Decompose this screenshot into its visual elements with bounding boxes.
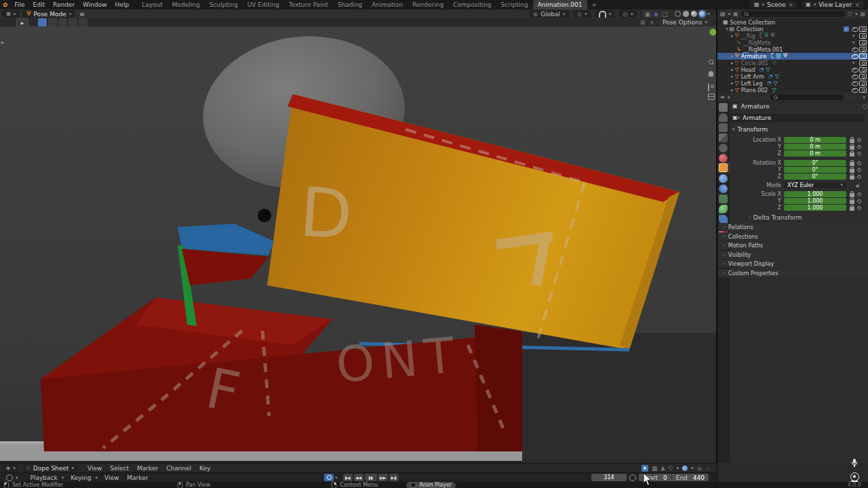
outliner-row-rigmeta001[interactable]: ↳ __RigMeta.001 <box>717 46 868 53</box>
workspace-tab-compositing[interactable]: Compositing <box>448 0 496 9</box>
only-selected-toggle[interactable]: ➤ <box>642 465 648 472</box>
shading-rendered-button[interactable] <box>699 11 705 17</box>
panel-motion-paths[interactable]: ›Motion Paths <box>718 241 868 249</box>
interp-icon[interactable]: ∧ <box>705 465 710 472</box>
outliner-row-armature[interactable]: ▸ Ψ Armature ζ Ψ Ψ <box>717 53 868 60</box>
panel-custom-properties[interactable]: ›Custom Properties <box>718 269 868 277</box>
tab-world[interactable] <box>719 154 728 163</box>
lock-icon[interactable] <box>850 139 854 143</box>
hide-eye-icon[interactable] <box>852 88 859 93</box>
dopesheet-menu-key[interactable]: Key <box>195 465 214 472</box>
timeline-menu-view[interactable]: View <box>100 474 123 481</box>
falloff-preset-1-button[interactable] <box>38 18 47 26</box>
keyframe-icon[interactable]: ◇ <box>857 137 861 143</box>
tab-constraints[interactable] <box>719 195 728 203</box>
expand-arrow[interactable]: ▸ <box>731 87 734 93</box>
filter-funnel-icon[interactable]: ▽ <box>669 465 673 472</box>
tab-tool[interactable] <box>719 103 728 112</box>
tab-output[interactable] <box>719 123 728 132</box>
timeline-menu-marker[interactable]: Marker <box>123 474 152 481</box>
show-gizmo-toggle[interactable]: ▣ <box>645 11 651 18</box>
dopesheet-editor-selector[interactable]: ◆▾ <box>2 464 20 472</box>
tab-view-layer[interactable] <box>719 134 728 142</box>
tab-object[interactable] <box>719 163 728 172</box>
transform-orientation-selector[interactable]: ⊕ Global ▾ <box>529 10 570 18</box>
hide-eye-icon[interactable] <box>852 68 859 73</box>
toolbar-expand-arrow[interactable]: ▸ <box>1 39 4 45</box>
hide-eye-icon[interactable] <box>852 81 859 86</box>
lock-icon[interactable] <box>850 169 854 173</box>
proportional-keys-toggle[interactable] <box>682 466 688 471</box>
hidden-chevron-icon[interactable]: ▾ <box>852 33 855 39</box>
hide-eye-icon[interactable] <box>852 54 859 59</box>
rotation-x-field[interactable]: 0° <box>784 160 846 166</box>
scale-y-field[interactable]: 1.000 <box>784 198 846 204</box>
rotation-y-field[interactable]: 0° <box>784 167 846 173</box>
snapping-toggle[interactable]: ▾ <box>595 10 616 18</box>
panel-collections[interactable]: ›Collections <box>718 232 868 241</box>
transform-panel-header[interactable]: ▾ Transform <box>730 126 868 133</box>
breadcrumb-object-name[interactable]: Armature <box>741 103 770 110</box>
properties-search-input[interactable] <box>770 94 844 100</box>
hide-eye-icon[interactable] <box>852 47 859 52</box>
outliner-row-rigmeta[interactable]: ↳ __RigMeta ▾ <box>717 39 868 46</box>
clear-icon[interactable]: × <box>650 19 655 26</box>
lock-icon[interactable] <box>850 200 854 204</box>
timeline-editor-selector[interactable]: ▾ <box>2 474 22 481</box>
tab-render[interactable] <box>719 113 728 122</box>
unlink-scene-icon[interactable]: × <box>789 1 794 8</box>
only-errors-toggle[interactable]: ▲ <box>660 465 665 471</box>
outliner-row-left-leg[interactable]: ▸ ▽ Left Leg ◔ ▽ <box>717 80 868 87</box>
pan-view-icon[interactable] <box>709 71 713 77</box>
xray-toggle[interactable]: ▢ <box>662 11 668 18</box>
dopesheet-mode-selector[interactable]: ◇ Dope Sheet ▾ <box>22 464 78 472</box>
keyframe-icon[interactable]: ◇ <box>857 150 861 157</box>
show-hidden-toggle[interactable]: ▦ <box>652 465 658 472</box>
shading-wireframe-button[interactable] <box>675 11 681 17</box>
view-layer-selector[interactable]: ▣▾ View Layer × <box>802 1 864 8</box>
keyframe-icon[interactable]: ◇ <box>857 160 861 166</box>
perspective-toggle-icon[interactable] <box>708 94 715 100</box>
tab-modifiers[interactable] <box>719 174 728 183</box>
disable-render-icon[interactable] <box>859 47 867 52</box>
timeline-menu-keying[interactable]: Keying <box>66 474 95 481</box>
workspace-tab-uvediting[interactable]: UV Editing <box>243 0 284 9</box>
workspace-tab-modeling[interactable]: Modeling <box>167 0 205 9</box>
camera-view-icon[interactable] <box>708 83 709 92</box>
jump-to-end-button[interactable]: ▶▮ <box>389 474 399 481</box>
transform-pivot-icon[interactable]: ⊞ <box>640 19 646 26</box>
dopesheet-menu-marker[interactable]: Marker <box>133 465 162 472</box>
next-keyframe-button[interactable]: ▶▶ <box>378 474 388 481</box>
menu-edit[interactable]: Edit <box>29 1 49 8</box>
disable-render-icon[interactable] <box>859 60 867 66</box>
object-name-field[interactable]: ▣▾ Armature <box>730 114 865 122</box>
falloff-preset-3-button[interactable] <box>58 18 67 26</box>
outliner-display-mode-icon[interactable]: ▤ <box>720 11 726 17</box>
panel-visibility[interactable]: ›Visibility <box>718 251 868 259</box>
viewport-canvas[interactable]: D F ONT <box>0 26 717 463</box>
current-frame-field[interactable]: 314 <box>591 474 627 481</box>
keyframe-icon[interactable]: ◇ <box>857 191 861 197</box>
expand-arrow[interactable]: ▸ <box>731 60 734 66</box>
workspace-tab-animation001[interactable]: Animation.001 <box>533 0 587 9</box>
animate-dot-icon[interactable]: ● <box>856 183 859 188</box>
lock-icon[interactable] <box>850 207 854 211</box>
rotation-mode-dropdown[interactable]: XYZ Euler ▾ <box>784 182 846 188</box>
properties-editor-icon[interactable]: ≡ <box>720 94 725 100</box>
collapsed-menus-icon[interactable]: ≡ <box>79 11 85 18</box>
previous-keyframe-button[interactable]: ◀◀ <box>354 474 363 481</box>
tab-object-data[interactable] <box>719 205 728 214</box>
keyframe-icon[interactable]: ◇ <box>857 144 861 150</box>
workspace-tab-sculpting[interactable]: Sculpting <box>205 0 243 9</box>
pivot-point-selector[interactable]: ⊙▾ <box>573 10 591 18</box>
recorder-camera-icon[interactable] <box>850 472 859 482</box>
delta-transform-subpanel[interactable]: › Delta Transform <box>730 214 868 221</box>
keyframe-icon[interactable]: ◇ <box>857 174 861 180</box>
workspace-tab-animation[interactable]: Animation <box>367 0 408 9</box>
show-overlays-toggle[interactable]: ◈ <box>654 11 658 18</box>
timeline-menu-playback[interactable]: Playback <box>26 474 62 481</box>
outliner-filter-icon[interactable]: ▣ <box>733 11 738 17</box>
location-y-field[interactable]: 0 m <box>784 144 846 150</box>
disable-render-icon[interactable] <box>859 26 867 32</box>
outliner-row-rig[interactable]: ▸ Ψ __Rig ζ Ψ Ψ ▾ <box>717 33 868 39</box>
